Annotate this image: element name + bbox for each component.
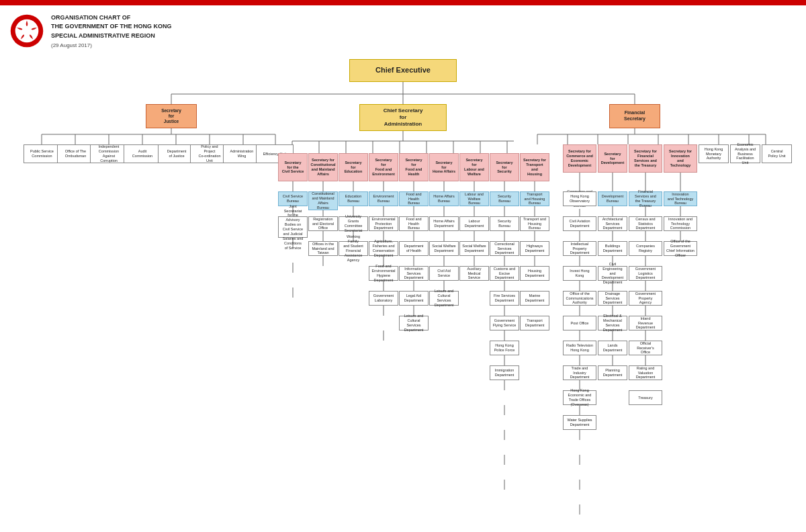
chief-sec-admin-box: Chief SecretaryforAdministration: [359, 104, 447, 131]
chart-date: (29 August 2017): [51, 42, 172, 48]
financial-sec-box: FinancialSecretary: [609, 104, 660, 128]
sec-justice-box: SecretaryforJustice: [146, 104, 197, 128]
title-block: ORGANISATION CHART OF THE GOVERNMENT OF …: [51, 13, 172, 49]
red-bar: [0, 0, 806, 5]
org-name: ORGANISATION CHART OF THE GOVERNMENT OF …: [51, 13, 172, 41]
emblem-svg: [9, 13, 44, 48]
main-header: ORGANISATION CHART OF THE GOVERNMENT OF …: [0, 5, 806, 54]
ce-box: Chief Executive: [349, 59, 457, 82]
chart-container: Chief Executive SecretaryforJustice Chie…: [0, 54, 806, 142]
full-page: ORGANISATION CHART OF THE GOVERNMENT OF …: [0, 0, 806, 142]
